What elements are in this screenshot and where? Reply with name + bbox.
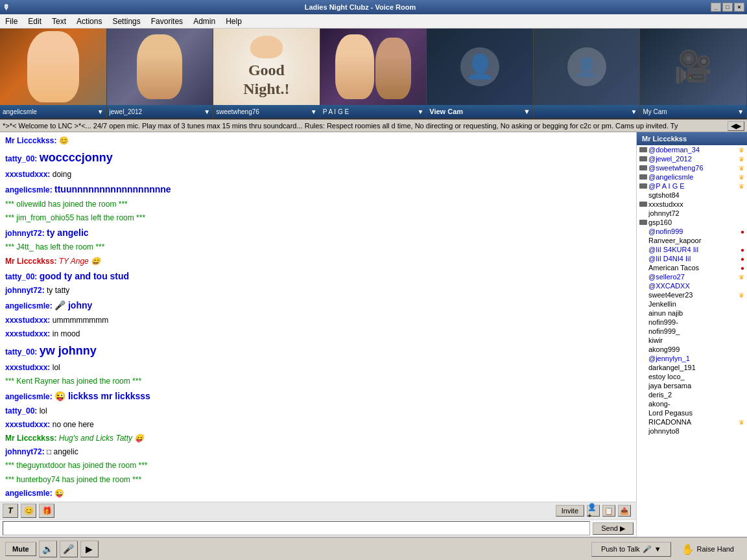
cam-video-6[interactable]: 👤 <box>534 29 640 105</box>
cam-silhouette-6: 👤 <box>567 47 606 86</box>
cam-slot-4: P A I G E ▼ <box>320 29 427 118</box>
menu-text[interactable]: Text <box>47 16 71 27</box>
user-list-item[interactable]: @doberman_34♛ <box>637 145 747 154</box>
user-list-item[interactable]: johnnyt72 <box>637 209 747 218</box>
user-list-item[interactable]: @IiI D4NI4 IiI● <box>637 254 747 263</box>
user-name-label: darkangel_191 <box>648 364 744 371</box>
user-list-item[interactable]: @jennylyn_1 <box>637 354 747 363</box>
user-cam-icon <box>639 174 647 180</box>
invite-copy-icon[interactable]: 📋 <box>602 505 615 517</box>
cam-video-3[interactable]: GoodNight.! <box>213 29 320 105</box>
menu-edit[interactable]: Edit <box>23 16 47 27</box>
user-list-item[interactable]: jaya bersama <box>637 381 747 390</box>
chat-line: angelicsmle: 😜 <box>5 487 631 500</box>
ticker-expand[interactable]: ◀▶ <box>728 121 744 131</box>
user-list-item[interactable]: @IiI S4KUR4 IiI● <box>637 245 747 254</box>
user-list-item[interactable]: @angelicsmle♛ <box>637 172 747 181</box>
user-list-item[interactable]: nofin999- <box>637 318 747 327</box>
cam-label-4: P A I G E ▼ <box>320 105 427 118</box>
raise-hand-label[interactable]: Raise Hand <box>697 545 734 553</box>
chat-message: lol <box>53 363 60 372</box>
menu-favorites[interactable]: Favorites <box>146 16 188 27</box>
user-list-item[interactable]: Jenkellin <box>637 299 747 309</box>
user-list-item[interactable]: gsp160 <box>637 218 747 227</box>
user-list-item[interactable]: akong999 <box>637 345 747 354</box>
chat-input[interactable] <box>3 521 590 535</box>
user-name-label: Jenkellin <box>648 300 744 308</box>
invite-button[interactable]: Invite <box>556 505 584 517</box>
emoji-button[interactable]: 😊 <box>21 504 36 518</box>
user-list-item[interactable]: @nofin999● <box>637 227 747 236</box>
user-list-item[interactable]: @sellero27♛ <box>637 272 747 281</box>
chat-line: tatty_00: yw johnny <box>5 342 631 360</box>
user-list-item[interactable]: sweet4ever23♛ <box>637 290 747 299</box>
view-cam-dropdown[interactable]: ▼ <box>523 108 530 115</box>
chat-line: angelicsmle: 🎤 johny <box>5 298 631 312</box>
chat-messages[interactable]: Mr Liccckkss: 😊 tatty_00: woccccjonny xx… <box>0 132 636 502</box>
cam-video-2[interactable] <box>107 29 213 105</box>
cam-dropdown-1[interactable]: ▼ <box>97 108 104 115</box>
close-button[interactable]: × <box>734 3 744 12</box>
user-list-item[interactable]: deris_2 <box>637 390 747 399</box>
menu-actions[interactable]: Actions <box>71 16 107 27</box>
volume-down-button[interactable]: 🔉 <box>39 541 57 557</box>
user-name-label: @angelicsmle <box>648 173 739 181</box>
user-list-item[interactable]: nofin999_ <box>637 327 747 336</box>
invite-area: Invite 👤+ 📋 📤 <box>57 504 634 518</box>
user-list-item[interactable]: Lord Pegasus <box>637 408 747 417</box>
content-area: Mr Liccckkss: 😊 tatty_00: woccccjonny xx… <box>0 132 747 537</box>
menu-admin[interactable]: Admin <box>188 16 220 27</box>
chat-message: ty tatty <box>47 286 69 295</box>
cam-dropdown-4[interactable]: ▼ <box>417 108 423 115</box>
push-to-talk-dropdown[interactable]: ▼ <box>654 545 661 553</box>
user-list-item[interactable]: American Tacos● <box>637 263 747 272</box>
cam-dropdown-7[interactable]: ▼ <box>737 108 744 115</box>
maximize-button[interactable]: □ <box>722 3 733 12</box>
user-list-item[interactable]: ainun najib <box>637 309 747 318</box>
good-night-text: GoodNight.! <box>243 61 289 99</box>
user-list-item[interactable]: darkangel_191 <box>637 363 747 372</box>
user-name-label: RICADONNA <box>648 418 739 426</box>
user-list-item[interactable]: @XXCADXX <box>637 281 747 290</box>
cam-dropdown-3[interactable]: ▼ <box>311 108 317 115</box>
user-list-body[interactable]: @doberman_34♛@jewel_2012♛@sweetwheng76♛@… <box>637 145 747 537</box>
cam-video-7[interactable]: 🎥 <box>640 29 746 105</box>
cam-video-1[interactable] <box>0 29 106 105</box>
user-name-label: johnnyto8 <box>648 427 744 435</box>
menu-settings[interactable]: Settings <box>107 16 145 27</box>
cam-dropdown-2[interactable]: ▼ <box>204 108 210 115</box>
window-controls[interactable]: _ □ × <box>711 3 744 12</box>
menu-help[interactable]: Help <box>220 16 247 27</box>
cam-video-4[interactable] <box>320 29 427 105</box>
microphone-button[interactable]: 🎤 <box>60 541 78 557</box>
user-list-item[interactable]: akong- <box>637 399 747 408</box>
user-list-item[interactable]: estoy loco_ <box>637 372 747 381</box>
invite-add-icon[interactable]: 👤+ <box>587 505 600 517</box>
user-list-item[interactable]: RICADONNA♛ <box>637 417 747 426</box>
mute-button[interactable]: Mute <box>5 542 36 556</box>
minimize-button[interactable]: _ <box>711 3 721 12</box>
audio-settings-button[interactable]: ▶ <box>80 541 99 557</box>
send-button[interactable]: Send ▶ <box>593 522 634 535</box>
chat-line-system: *** olivewild has joined the room *** <box>5 198 631 211</box>
text-format-button[interactable]: T <box>3 504 18 518</box>
user-name-label: Ranveer_kapoor <box>648 237 744 244</box>
push-to-talk-button[interactable]: Push to Talk 🎤 ▼ <box>591 542 671 557</box>
user-list-item[interactable]: xxxstudxxx <box>637 200 747 209</box>
cam-dropdown-6[interactable]: ▼ <box>631 108 637 115</box>
good-night-image: GoodNight.! <box>213 29 320 105</box>
invite-share-icon[interactable]: 📤 <box>618 505 631 517</box>
user-list-item[interactable]: @sweetwheng76♛ <box>637 163 747 172</box>
user-list-item[interactable]: sgtshot84 <box>637 191 747 200</box>
user-list-item[interactable]: kiwir <box>637 336 747 345</box>
user-list-item[interactable]: Ranveer_kapoor <box>637 236 747 245</box>
user-list-item[interactable]: @P A I G E♛ <box>637 181 747 191</box>
gift-button[interactable]: 🎁 <box>39 504 54 518</box>
user-list-item[interactable]: johnnyto8 <box>637 426 747 436</box>
cam-video-5[interactable]: 👤 <box>427 29 533 105</box>
chat-username: Mr Liccckkss: <box>5 257 56 266</box>
menu-file[interactable]: File <box>0 16 23 27</box>
user-list-item[interactable]: @jewel_2012♛ <box>637 154 747 163</box>
chat-line: johnnyt72: □ angelic <box>5 446 631 458</box>
user-name-label: xxxstudxxx <box>648 200 744 208</box>
